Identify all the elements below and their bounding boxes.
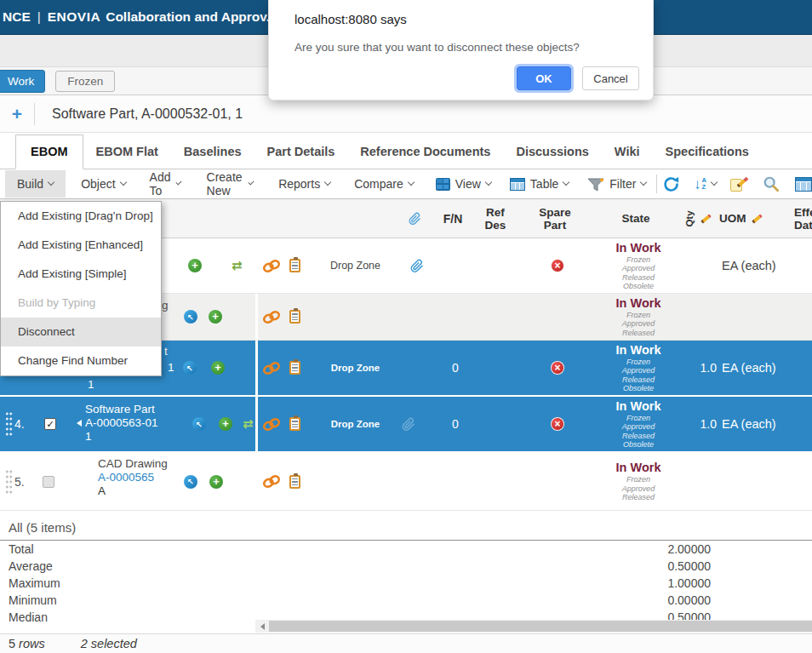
state-value: In Work bbox=[616, 399, 661, 414]
clipboard-icon[interactable] bbox=[289, 310, 300, 324]
connect-link-icon[interactable] bbox=[260, 256, 282, 274]
menu-item-add-existing-simple[interactable]: Add Existing [Simple] bbox=[1, 260, 161, 289]
navigate-icon[interactable]: ↖ bbox=[192, 417, 206, 431]
dialog-title: localhost:8080 says bbox=[294, 12, 407, 26]
drag-handle[interactable] bbox=[5, 411, 14, 437]
clipboard-icon[interactable] bbox=[289, 361, 300, 375]
create-new-menu-button[interactable]: Create New bbox=[200, 163, 260, 204]
menu-item-add-existing-enhanced[interactable]: Add Existing [Enhanced] bbox=[1, 231, 161, 260]
table-menu-button[interactable]: Table bbox=[510, 177, 569, 191]
connect-link-icon[interactable] bbox=[260, 358, 282, 376]
ok-button[interactable]: OK bbox=[517, 66, 571, 90]
navigate-icon[interactable]: ↖ bbox=[183, 361, 197, 375]
row-checkbox-unchecked[interactable] bbox=[43, 476, 54, 488]
expand-plus-icon[interactable]: + bbox=[0, 104, 34, 124]
compare-menu-label: Compare bbox=[354, 177, 403, 191]
sort-button[interactable]: ↓ AZ bbox=[694, 177, 717, 192]
clipboard-icon[interactable] bbox=[289, 259, 300, 272]
collapse-triangle-icon[interactable] bbox=[77, 420, 82, 427]
header-state[interactable]: State bbox=[593, 199, 678, 238]
add-to-menu-label: Add To bbox=[150, 170, 173, 198]
header-uom[interactable]: UOM bbox=[719, 199, 794, 238]
remove-x-icon[interactable]: × bbox=[551, 259, 564, 272]
frozen-toggle-button[interactable]: Frozen bbox=[55, 71, 115, 92]
drop-zone[interactable]: Drop Zone bbox=[311, 397, 400, 451]
status-bar: 5 rows 2 selected bbox=[0, 633, 812, 653]
drop-zone[interactable]: Drop Zone bbox=[311, 341, 400, 395]
menu-item-disconnect[interactable]: Disconnect bbox=[1, 318, 161, 347]
add-child-icon[interactable]: + bbox=[209, 310, 222, 324]
header-eff-dates[interactable]: Effe Dat bbox=[794, 199, 812, 238]
connect-link-icon[interactable] bbox=[260, 415, 282, 432]
item-name-link[interactable]: A-0000565 bbox=[98, 471, 168, 484]
navigate-icon[interactable]: ↖ bbox=[184, 475, 197, 489]
uom-cell: EA (each) bbox=[722, 238, 797, 293]
connect-link-icon[interactable] bbox=[260, 473, 282, 490]
tab-wiki[interactable]: Wiki bbox=[602, 135, 653, 169]
compare-menu-button[interactable]: Compare bbox=[347, 170, 420, 198]
header-ref-des[interactable]: Ref Des bbox=[474, 199, 517, 238]
table-row-selected[interactable]: 4. ✓ Software Part A-0000563-01 1 ↖ + ⇄ bbox=[0, 397, 812, 453]
clipboard-icon[interactable] bbox=[289, 475, 300, 489]
chevron-down-icon bbox=[408, 179, 415, 186]
qty-cell bbox=[681, 294, 722, 340]
export-table-button[interactable] bbox=[795, 177, 812, 192]
table-row[interactable]: 5. CAD Drawing A-0000565 A ↖ + bbox=[0, 453, 812, 511]
stat-minimum: Minimum 0.00000 bbox=[0, 592, 812, 609]
add-child-icon[interactable]: + bbox=[188, 259, 202, 272]
view-menu-button[interactable]: View bbox=[436, 177, 491, 191]
qty-cell bbox=[681, 238, 722, 293]
scroll-left-arrow-icon[interactable] bbox=[255, 620, 269, 633]
remove-x-icon[interactable]: × bbox=[551, 361, 564, 375]
search-button[interactable] bbox=[763, 175, 780, 192]
header-spare-part[interactable]: Spare Part bbox=[517, 199, 593, 238]
edit-column-pencil-icon[interactable] bbox=[700, 214, 712, 223]
clipboard-icon[interactable] bbox=[289, 417, 300, 431]
chevron-down-icon bbox=[176, 179, 182, 185]
object-menu-button[interactable]: Object bbox=[74, 170, 132, 198]
add-child-icon[interactable]: + bbox=[211, 361, 225, 375]
tab-ebom[interactable]: EBOM bbox=[15, 135, 83, 169]
eff-dates-cell bbox=[797, 341, 812, 395]
menu-item-change-find-number[interactable]: Change Find Number bbox=[1, 347, 161, 375]
add-child-icon[interactable]: + bbox=[219, 417, 232, 431]
work-toggle-button[interactable]: Work bbox=[0, 70, 45, 93]
uom-cell: EA (each) bbox=[722, 397, 797, 451]
horizontal-scrollbar[interactable] bbox=[255, 620, 812, 633]
mass-edit-button[interactable] bbox=[730, 176, 747, 192]
navigate-icon[interactable]: ↖ bbox=[184, 310, 197, 324]
menu-item-add-existing-dragdrop[interactable]: Add Existing [Drag'n Drop] bbox=[1, 202, 161, 231]
build-menu-button[interactable]: Build bbox=[5, 170, 66, 198]
header-dropzone bbox=[308, 199, 397, 238]
replace-icon[interactable]: ⇄ bbox=[232, 258, 243, 273]
header-fn[interactable]: F/N bbox=[432, 199, 474, 238]
attachment-cell[interactable] bbox=[400, 238, 434, 293]
drop-zone[interactable]: Drop Zone bbox=[311, 238, 400, 293]
tab-specifications[interactable]: Specifications bbox=[653, 135, 762, 169]
remove-x-icon[interactable]: × bbox=[551, 417, 564, 431]
add-child-icon[interactable]: + bbox=[209, 475, 223, 489]
refresh-button[interactable] bbox=[662, 175, 680, 193]
fn-cell bbox=[434, 238, 477, 293]
cancel-button[interactable]: Cancel bbox=[582, 66, 639, 90]
header-qty[interactable]: Qty bbox=[678, 199, 719, 238]
add-to-menu-button[interactable]: Add To bbox=[143, 163, 188, 204]
stat-maximum: Maximum 1.00000 bbox=[0, 575, 812, 592]
edit-column-pencil-icon[interactable] bbox=[752, 214, 763, 223]
row-checkbox-checked[interactable]: ✓ bbox=[44, 418, 56, 430]
reports-menu-button[interactable]: Reports bbox=[272, 170, 337, 198]
scrollbar-thumb[interactable] bbox=[269, 621, 812, 632]
tab-reference-documents[interactable]: Reference Documents bbox=[347, 135, 503, 169]
paperclip-icon bbox=[409, 212, 421, 226]
attachment-cell bbox=[400, 294, 434, 340]
item-name-link[interactable]: A-0000563-01 bbox=[85, 416, 158, 429]
replace-icon[interactable]: ⇄ bbox=[243, 416, 254, 432]
brand-name: ENOVIA bbox=[48, 9, 100, 25]
filter-menu-button[interactable]: Filter bbox=[587, 177, 646, 192]
tab-discussions[interactable]: Discussions bbox=[503, 135, 601, 169]
connect-link-icon[interactable] bbox=[260, 307, 282, 325]
drag-handle[interactable] bbox=[5, 469, 14, 495]
tab-part-details[interactable]: Part Details bbox=[254, 135, 348, 169]
header-attachment[interactable] bbox=[397, 199, 432, 238]
chevron-down-icon bbox=[48, 179, 54, 186]
